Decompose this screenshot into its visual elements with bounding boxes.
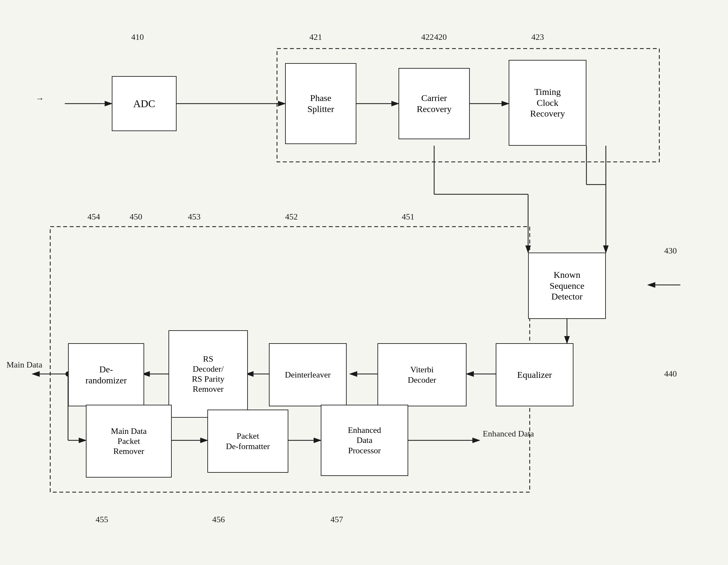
label-410: 410 (131, 32, 144, 42)
label-421: 421 (309, 32, 322, 42)
label-420: 420 (434, 32, 447, 42)
rs-decoder-block: RSDecoder/RS ParityRemover (168, 330, 248, 418)
label-453: 453 (188, 212, 201, 222)
label-450: 450 (130, 212, 142, 222)
main-data-label: Main Data (6, 359, 42, 370)
diagram: 410 420 421 422 423 430 440 450 451 452 … (0, 0, 728, 565)
label-457: 457 (330, 515, 343, 525)
arrows-svg (0, 0, 728, 565)
viterbi-block: ViterbiDecoder (377, 343, 467, 406)
packet-deformatter-block: PacketDe-formatter (207, 409, 288, 473)
carrier-recovery-block: CarrierRecovery (399, 68, 470, 139)
adc-block: ADC (112, 76, 177, 131)
known-sequence-block: KnownSequenceDetector (528, 253, 606, 319)
label-451: 451 (402, 212, 414, 222)
enhanced-data-label: Enhanced Data (483, 429, 534, 439)
label-440: 440 (664, 369, 677, 379)
timing-clock-block: TimingClockRecovery (509, 60, 586, 146)
label-455: 455 (96, 515, 108, 525)
deinterleaver-block: Deinterleaver (269, 343, 347, 406)
equalizer-block: Equalizer (496, 343, 573, 406)
label-422: 422 (421, 32, 434, 42)
input-arrow-label: → (36, 94, 44, 104)
phase-splitter-block: PhaseSplitter (285, 63, 356, 144)
enhanced-data-processor-block: EnhancedDataProcessor (321, 405, 408, 476)
label-423: 423 (531, 32, 544, 42)
label-430: 430 (664, 246, 677, 256)
derandomizer-block: De-randomizer (68, 343, 144, 406)
label-456: 456 (212, 515, 225, 525)
label-452: 452 (285, 212, 298, 222)
label-454: 454 (87, 212, 100, 222)
main-data-packet-block: Main DataPacketRemover (86, 405, 172, 478)
